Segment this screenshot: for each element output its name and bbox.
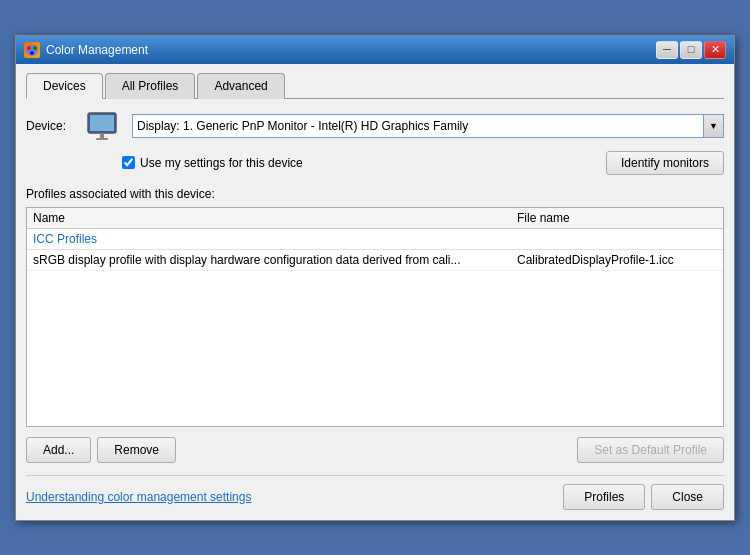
title-bar-left: Color Management bbox=[24, 42, 148, 58]
tab-advanced[interactable]: Advanced bbox=[197, 73, 284, 99]
tab-bar: Devices All Profiles Advanced bbox=[26, 72, 724, 99]
use-settings-label[interactable]: Use my settings for this device bbox=[122, 156, 303, 170]
title-bar-controls: ─ □ ✕ bbox=[656, 41, 726, 59]
profile-name: sRGB display profile with display hardwa… bbox=[33, 253, 517, 267]
title-bar: Color Management ─ □ ✕ bbox=[16, 36, 734, 64]
remove-button[interactable]: Remove bbox=[97, 437, 176, 463]
add-button[interactable]: Add... bbox=[26, 437, 91, 463]
use-settings-checkbox[interactable] bbox=[122, 156, 135, 169]
help-link[interactable]: Understanding color management settings bbox=[26, 490, 251, 504]
svg-rect-6 bbox=[100, 133, 104, 138]
svg-rect-7 bbox=[96, 138, 108, 140]
tab-all-profiles[interactable]: All Profiles bbox=[105, 73, 196, 99]
profile-filename: CalibratedDisplayProfile-1.icc bbox=[517, 253, 717, 267]
profiles-section-label: Profiles associated with this device: bbox=[26, 187, 724, 201]
footer: Understanding color management settings … bbox=[26, 475, 724, 510]
set-default-button[interactable]: Set as Default Profile bbox=[577, 437, 724, 463]
table-row[interactable]: sRGB display profile with display hardwa… bbox=[27, 250, 723, 271]
content-area: Devices All Profiles Advanced Device: ▼ bbox=[16, 64, 734, 520]
col-name-header: Name bbox=[33, 211, 517, 225]
window-title: Color Management bbox=[46, 43, 148, 57]
col-filename-header: File name bbox=[517, 211, 717, 225]
identify-monitors-button[interactable]: Identify monitors bbox=[606, 151, 724, 175]
tab-devices[interactable]: Devices bbox=[26, 73, 103, 99]
profiles-table: Name File name ICC Profiles sRGB display… bbox=[26, 207, 724, 427]
device-label: Device: bbox=[26, 119, 76, 133]
profiles-button[interactable]: Profiles bbox=[563, 484, 645, 510]
table-header: Name File name bbox=[27, 208, 723, 229]
device-select-wrapper: ▼ bbox=[132, 114, 724, 138]
svg-point-3 bbox=[30, 51, 34, 55]
maximize-button[interactable]: □ bbox=[680, 41, 702, 59]
bottom-buttons: Add... Remove Set as Default Profile bbox=[26, 437, 724, 463]
footer-right-buttons: Profiles Close bbox=[563, 484, 724, 510]
svg-point-2 bbox=[33, 46, 37, 50]
monitor-icon bbox=[86, 111, 122, 141]
checkbox-row: Use my settings for this device Identify… bbox=[26, 151, 724, 175]
svg-point-1 bbox=[27, 46, 31, 50]
window-close-button[interactable]: ✕ bbox=[704, 41, 726, 59]
svg-rect-5 bbox=[90, 115, 114, 131]
bottom-left-buttons: Add... Remove bbox=[26, 437, 176, 463]
close-button[interactable]: Close bbox=[651, 484, 724, 510]
device-dropdown-arrow[interactable]: ▼ bbox=[704, 114, 724, 138]
app-icon bbox=[24, 42, 40, 58]
device-row: Device: ▼ bbox=[26, 111, 724, 141]
minimize-button[interactable]: ─ bbox=[656, 41, 678, 59]
use-settings-text: Use my settings for this device bbox=[140, 156, 303, 170]
device-select[interactable] bbox=[132, 114, 704, 138]
color-management-window: Color Management ─ □ ✕ Devices All Profi… bbox=[15, 35, 735, 521]
icc-profiles-group-header: ICC Profiles bbox=[27, 229, 723, 250]
